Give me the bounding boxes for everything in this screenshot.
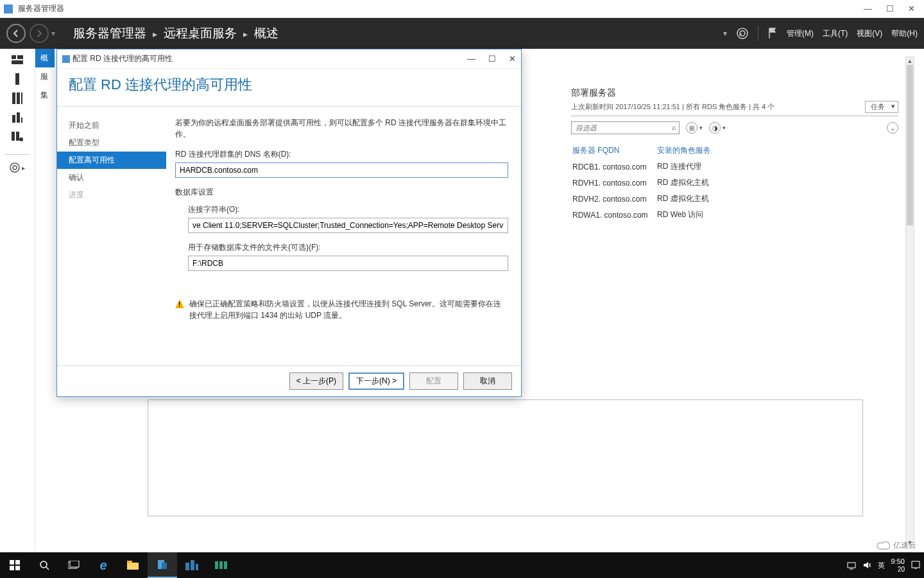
svg-point-13 bbox=[19, 137, 23, 141]
svg-rect-8 bbox=[12, 115, 15, 123]
taskbar-server-manager-icon[interactable] bbox=[148, 552, 177, 578]
taskbar-app2-icon[interactable] bbox=[207, 552, 236, 578]
deploy-button: 配置 bbox=[409, 372, 458, 390]
app-icon bbox=[4, 4, 13, 13]
svg-rect-32 bbox=[219, 561, 223, 569]
task-view-button[interactable] bbox=[59, 552, 89, 578]
wizard-minimize-button[interactable]: — bbox=[467, 54, 475, 64]
panel-subtitle: 上次刷新时间 2017/10/25 11:21:51 | 所有 RDS 角色服务… bbox=[571, 102, 775, 112]
warning-text: 确保已正确配置策略和防火墙设置，以便从连接代理连接到 SQL Server。这可… bbox=[189, 298, 508, 321]
menu-help[interactable]: 帮助(H) bbox=[891, 28, 918, 39]
servers-table: 服务器 FQDN 安装的角色服务 RDCB1. contoso.comRD 连接… bbox=[571, 142, 898, 223]
search-icon[interactable]: ⌕ bbox=[672, 123, 676, 131]
taskbar-ie-icon[interactable]: e bbox=[89, 552, 118, 578]
start-button[interactable] bbox=[0, 552, 30, 578]
wizard-close-button[interactable]: ✕ bbox=[509, 54, 516, 64]
nav-dropdown-icon[interactable]: ▾ bbox=[51, 29, 55, 38]
svg-rect-1 bbox=[12, 55, 16, 59]
notifications-button[interactable] bbox=[911, 561, 920, 570]
rail-dashboard-icon[interactable] bbox=[10, 54, 25, 66]
previous-button[interactable]: < 上一步(P) bbox=[289, 372, 343, 390]
refresh-icon[interactable] bbox=[736, 27, 749, 40]
connection-string-input[interactable] bbox=[188, 218, 508, 233]
breadcrumb-l2[interactable]: 概述 bbox=[254, 25, 278, 42]
scrollbar-thumb[interactable] bbox=[907, 65, 913, 225]
tray-volume-icon[interactable] bbox=[862, 561, 871, 570]
flag-icon[interactable] bbox=[767, 27, 778, 40]
window-close-button[interactable]: ✕ bbox=[908, 4, 915, 13]
svg-rect-6 bbox=[17, 92, 20, 104]
rail-all-servers-icon[interactable] bbox=[10, 92, 25, 104]
col-role[interactable]: 安装的角色服务 bbox=[657, 143, 897, 158]
clock-date[interactable]: 20 bbox=[891, 566, 905, 573]
rail-local-server-icon[interactable] bbox=[10, 73, 25, 85]
table-row[interactable]: RDWA1. contoso.comRD Web 访问 bbox=[572, 207, 897, 222]
rail-rds-icon[interactable] bbox=[10, 131, 25, 143]
rail-divider bbox=[4, 154, 30, 155]
window-maximize-button[interactable]: ☐ bbox=[886, 4, 894, 13]
db-folder-label: 用于存储数据库文件的文件夹(可选)(F): bbox=[188, 242, 508, 253]
svg-rect-31 bbox=[215, 561, 218, 569]
table-row[interactable]: RDVH2. contoso.comRD 虚拟化主机 bbox=[572, 191, 897, 206]
svg-rect-23 bbox=[70, 561, 79, 567]
menu-manage[interactable]: 管理(M) bbox=[787, 28, 814, 39]
col-fqdn[interactable]: 服务器 FQDN bbox=[572, 143, 656, 158]
scroll-up-icon[interactable]: ▲ bbox=[906, 58, 914, 64]
search-button[interactable] bbox=[30, 552, 59, 578]
dns-name-input[interactable] bbox=[175, 162, 508, 178]
svg-rect-5 bbox=[12, 92, 15, 104]
wizard-footer: < 上一步(P) 下一步(N) > 配置 取消 bbox=[57, 365, 521, 396]
secondary-nav: 概 服 集 bbox=[35, 49, 55, 552]
menu-view[interactable]: 视图(V) bbox=[857, 28, 882, 39]
next-button[interactable]: 下一步(N) > bbox=[348, 372, 404, 390]
svg-rect-29 bbox=[191, 560, 194, 570]
expand-button[interactable]: ⌄ bbox=[887, 122, 898, 134]
wizard-maximize-button[interactable]: ☐ bbox=[488, 54, 496, 64]
breadcrumb-root[interactable]: 服务器管理器 bbox=[73, 25, 146, 42]
tray-network-icon[interactable] bbox=[847, 561, 856, 570]
svg-rect-10 bbox=[21, 118, 22, 123]
taskbar-explorer-icon[interactable] bbox=[118, 552, 148, 578]
tag-options-button[interactable]: ◑▾ bbox=[709, 122, 726, 134]
breadcrumb-sep-icon: ▸ bbox=[153, 29, 157, 39]
svg-rect-38 bbox=[912, 561, 920, 568]
svg-rect-25 bbox=[127, 561, 132, 563]
svg-rect-24 bbox=[127, 563, 139, 570]
nav-forward-button[interactable] bbox=[30, 24, 49, 43]
rail-file-services-icon[interactable] bbox=[10, 112, 25, 123]
cancel-button[interactable]: 取消 bbox=[463, 372, 512, 390]
scrollbar[interactable]: ▲ ▼ bbox=[905, 57, 914, 547]
secondary-nav-collections[interactable]: 集 bbox=[35, 86, 55, 105]
tasks-dropdown[interactable]: 任务 bbox=[865, 101, 898, 113]
wizard-titlebar: 配置 RD 连接代理的高可用性 — ☐ ✕ bbox=[57, 49, 521, 69]
table-row[interactable]: RDCB1. contoso.comRD 连接代理 bbox=[572, 159, 897, 174]
breadcrumb-l1[interactable]: 远程桌面服务 bbox=[164, 25, 237, 42]
step-config-ha[interactable]: 配置高可用性 bbox=[57, 152, 166, 169]
secondary-nav-servers[interactable]: 服 bbox=[35, 67, 55, 86]
nav-back-button[interactable] bbox=[6, 24, 26, 43]
table-row[interactable]: RDVH1. contoso.comRD 虚拟化主机 bbox=[572, 175, 897, 190]
svg-point-15 bbox=[13, 166, 17, 170]
clock-time[interactable]: 9:50 bbox=[891, 557, 905, 565]
connection-string-label: 连接字符串(O): bbox=[188, 204, 508, 215]
step-before-begin[interactable]: 开始之前 bbox=[57, 117, 166, 134]
watermark: 亿速云 bbox=[877, 540, 916, 551]
taskbar-app1-icon[interactable] bbox=[177, 552, 207, 578]
step-confirm[interactable]: 确认 bbox=[57, 169, 166, 186]
ime-indicator[interactable]: 英 bbox=[878, 561, 885, 570]
rail-bpi-icon[interactable]: ▸ bbox=[10, 162, 25, 173]
secondary-nav-overview[interactable]: 概 bbox=[35, 49, 55, 67]
menu-tools[interactable]: 工具(T) bbox=[823, 28, 848, 39]
filter-input[interactable] bbox=[571, 121, 680, 134]
wizard-content: 若要为你的远程桌面服务部署提供高可用性，则可以配置多个 RD 连接代理服务器在群… bbox=[166, 107, 521, 365]
dns-name-label: RD 连接代理群集的 DNS 名称(D): bbox=[175, 149, 508, 160]
svg-point-14 bbox=[10, 163, 19, 172]
window-minimize-button[interactable]: — bbox=[864, 4, 872, 13]
header-dropdown-icon[interactable]: ▾ bbox=[723, 29, 727, 38]
step-config-type[interactable]: 配置类型 bbox=[57, 134, 166, 152]
db-folder-input[interactable] bbox=[188, 256, 508, 271]
grid-options-button[interactable]: ⊞▾ bbox=[686, 122, 703, 134]
svg-line-21 bbox=[46, 567, 49, 570]
svg-rect-11 bbox=[12, 132, 15, 141]
svg-rect-28 bbox=[185, 563, 189, 570]
